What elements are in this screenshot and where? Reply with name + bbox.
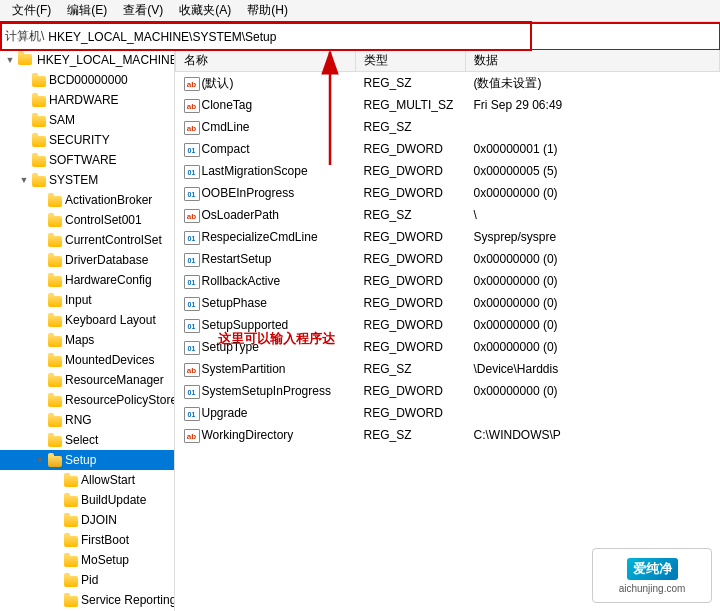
menu-view[interactable]: 查看(V) bbox=[115, 0, 171, 21]
table-row[interactable]: ab(默认)REG_SZ(数值未设置) bbox=[176, 72, 720, 95]
expand-djoin[interactable] bbox=[48, 510, 64, 530]
tree-item-resourcemanager[interactable]: ResourceManager bbox=[0, 370, 174, 390]
expand-software[interactable] bbox=[16, 150, 32, 170]
expand-activationbroker[interactable] bbox=[32, 190, 48, 210]
cell-data-5: 0x00000000 (0) bbox=[466, 182, 720, 204]
tree-item-hardware[interactable]: HARDWARE bbox=[0, 90, 174, 110]
expand-resourcemanager[interactable] bbox=[32, 370, 48, 390]
expand-bcd[interactable] bbox=[16, 70, 32, 90]
main-area: HKEY_LOCAL_MACHINE BCD00000000HARDWARESA… bbox=[0, 50, 720, 611]
cell-name-10: 01SetupPhase bbox=[176, 292, 356, 314]
table-row[interactable]: abCmdLineREG_SZ bbox=[176, 116, 720, 138]
tree-item-djoin[interactable]: DJOIN bbox=[0, 510, 174, 530]
expand-hardwareconfig[interactable] bbox=[32, 270, 48, 290]
expand-mosetup[interactable] bbox=[48, 550, 64, 570]
tree-item-firstboot[interactable]: FirstBoot bbox=[0, 530, 174, 550]
menu-favorites[interactable]: 收藏夹(A) bbox=[171, 0, 239, 21]
table-row[interactable]: 01CompactREG_DWORD0x00000001 (1) bbox=[176, 138, 720, 160]
table-row[interactable]: 01SystemSetupInProgressREG_DWORD0x000000… bbox=[176, 380, 720, 402]
table-row[interactable]: abCloneTagREG_MULTI_SZFri Sep 29 06:49 bbox=[176, 94, 720, 116]
cell-type-3: REG_DWORD bbox=[356, 138, 466, 160]
folder-icon-mosetup bbox=[64, 556, 78, 567]
tree-item-pid[interactable]: Pid bbox=[0, 570, 174, 590]
tree-item-mosetup[interactable]: MoSetup bbox=[0, 550, 174, 570]
dword-icon: 01 bbox=[184, 187, 200, 201]
cell-data-8: 0x00000000 (0) bbox=[466, 248, 720, 270]
table-row[interactable]: 01SetupPhaseREG_DWORD0x00000000 (0) bbox=[176, 292, 720, 314]
tree-label-rng: RNG bbox=[65, 413, 92, 427]
tree-item-hardwareconfig[interactable]: HardwareConfig bbox=[0, 270, 174, 290]
name-text-2: CmdLine bbox=[202, 120, 250, 134]
tree-item-servicereportingapi[interactable]: Service Reporting API bbox=[0, 590, 174, 610]
tree-item-driverdatabase[interactable]: DriverDatabase bbox=[0, 250, 174, 270]
ab-icon: ab bbox=[184, 429, 200, 443]
dword-icon: 01 bbox=[184, 319, 200, 333]
expand-setup[interactable] bbox=[32, 450, 48, 470]
menu-edit[interactable]: 编辑(E) bbox=[59, 0, 115, 21]
expand-firstboot[interactable] bbox=[48, 530, 64, 550]
expand-hardware[interactable] bbox=[16, 90, 32, 110]
expand-allowstart[interactable] bbox=[48, 470, 64, 490]
tree-item-controlset001[interactable]: ControlSet001 bbox=[0, 210, 174, 230]
dword-icon: 01 bbox=[184, 341, 200, 355]
tree-root[interactable]: HKEY_LOCAL_MACHINE bbox=[0, 50, 174, 70]
tree-item-buildupdate[interactable]: BuildUpdate bbox=[0, 490, 174, 510]
expand-buildupdate[interactable] bbox=[48, 490, 64, 510]
tree-item-bcd[interactable]: BCD00000000 bbox=[0, 70, 174, 90]
table-row[interactable]: 01SetupSupportedREG_DWORD0x00000000 (0) bbox=[176, 314, 720, 336]
expand-controlset001[interactable] bbox=[32, 210, 48, 230]
expand-system[interactable] bbox=[16, 170, 32, 190]
table-row[interactable]: 01OOBEInProgressREG_DWORD0x00000000 (0) bbox=[176, 182, 720, 204]
tree-item-system[interactable]: SYSTEM bbox=[0, 170, 174, 190]
folder-icon-firstboot bbox=[64, 536, 78, 547]
table-row[interactable]: 01LastMigrationScopeREG_DWORD0x00000005 … bbox=[176, 160, 720, 182]
tree-item-allowstart[interactable]: AllowStart bbox=[0, 470, 174, 490]
tree-item-currentcontrolset[interactable]: CurrentControlSet bbox=[0, 230, 174, 250]
table-row[interactable]: abOsLoaderPathREG_SZ\ bbox=[176, 204, 720, 226]
expand-security[interactable] bbox=[16, 130, 32, 150]
tree-label-djoin: DJOIN bbox=[81, 513, 117, 527]
tree-item-input[interactable]: Input bbox=[0, 290, 174, 310]
tree-item-mounteddevices[interactable]: MountedDevices bbox=[0, 350, 174, 370]
expand-driverdatabase[interactable] bbox=[32, 250, 48, 270]
menu-file[interactable]: 文件(F) bbox=[4, 0, 59, 21]
tree-label-servicereportingapi: Service Reporting API bbox=[81, 593, 175, 607]
tree-item-keyboardlayout[interactable]: Keyboard Layout bbox=[0, 310, 174, 330]
expand-maps[interactable] bbox=[32, 330, 48, 350]
table-row[interactable]: 01RestartSetupREG_DWORD0x00000000 (0) bbox=[176, 248, 720, 270]
expand-select[interactable] bbox=[32, 430, 48, 450]
tree-item-sam[interactable]: SAM bbox=[0, 110, 174, 130]
tree-item-resourcepolicystore[interactable]: ResourcePolicyStore bbox=[0, 390, 174, 410]
expand-sam[interactable] bbox=[16, 110, 32, 130]
table-row[interactable]: 01UpgradeREG_DWORD bbox=[176, 402, 720, 424]
expand-servicereportingapi[interactable] bbox=[48, 590, 64, 610]
cell-data-0: (数值未设置) bbox=[466, 72, 720, 95]
tree-label-resourcepolicystore: ResourcePolicyStore bbox=[65, 393, 175, 407]
expand-root[interactable] bbox=[2, 50, 18, 70]
expand-input[interactable] bbox=[32, 290, 48, 310]
expand-mounteddevices[interactable] bbox=[32, 350, 48, 370]
tree-item-maps[interactable]: Maps bbox=[0, 330, 174, 350]
tree-item-select[interactable]: Select bbox=[0, 430, 174, 450]
tree-item-rng[interactable]: RNG bbox=[0, 410, 174, 430]
addressbar-value[interactable]: HKEY_LOCAL_MACHINE\SYSTEM\Setup bbox=[48, 30, 715, 44]
table-row[interactable]: 01SetupTypeREG_DWORD0x00000000 (0) bbox=[176, 336, 720, 358]
table-row[interactable]: abWorkingDirectoryREG_SZC:\WINDOWS\P bbox=[176, 424, 720, 446]
table-row[interactable]: 01RespecializeCmdLineREG_DWORDSysprep/sy… bbox=[176, 226, 720, 248]
tree-item-security[interactable]: SECURITY bbox=[0, 130, 174, 150]
watermark-url: aichunjing.com bbox=[619, 583, 686, 594]
expand-keyboardlayout[interactable] bbox=[32, 310, 48, 330]
folder-icon-allowstart bbox=[64, 476, 78, 487]
folder-icon-maps bbox=[48, 336, 62, 347]
tree-item-software[interactable]: SOFTWARE bbox=[0, 150, 174, 170]
menu-help[interactable]: 帮助(H) bbox=[239, 0, 296, 21]
tree-label-software: SOFTWARE bbox=[49, 153, 117, 167]
expand-resourcepolicystore[interactable] bbox=[32, 390, 48, 410]
table-row[interactable]: abSystemPartitionREG_SZ\Device\Harddis bbox=[176, 358, 720, 380]
expand-rng[interactable] bbox=[32, 410, 48, 430]
table-row[interactable]: 01RollbackActiveREG_DWORD0x00000000 (0) bbox=[176, 270, 720, 292]
tree-item-activationbroker[interactable]: ActivationBroker bbox=[0, 190, 174, 210]
expand-currentcontrolset[interactable] bbox=[32, 230, 48, 250]
expand-pid[interactable] bbox=[48, 570, 64, 590]
tree-item-setup[interactable]: Setup bbox=[0, 450, 174, 470]
